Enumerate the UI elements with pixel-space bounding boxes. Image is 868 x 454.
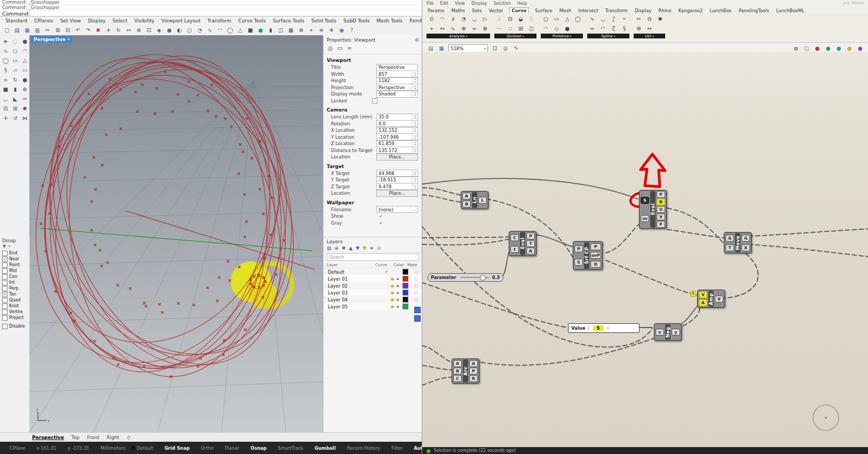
gh-input-v[interactable]: V (699, 291, 707, 298)
layer-lock-icon[interactable]: ▪ (395, 298, 400, 302)
gh-output-v[interactable]: V (715, 296, 723, 302)
property-value-box[interactable]: ⌄ … ▴▾ (377, 98, 418, 103)
layers-search-input[interactable]: Search (327, 253, 419, 261)
stepper-arrows[interactable]: ▴▾ (412, 121, 417, 126)
layer-color-swatch[interactable] (403, 297, 408, 302)
palette-fillet[interactable]: ◡ (1, 94, 10, 103)
palette-lasso[interactable]: ◌ (11, 37, 20, 46)
current-layer-check[interactable]: ✓ (383, 269, 390, 274)
toolbar-polygon-tool[interactable]: △ (236, 26, 244, 34)
move-up-icon[interactable]: ▲ (349, 245, 353, 251)
gh-component-arc[interactable]: ABCArcAPR (452, 359, 479, 384)
gh-output-p[interactable]: P (526, 233, 535, 240)
gh-output-y[interactable]: y (672, 329, 680, 336)
palette-chamfer[interactable]: ◣ (11, 94, 20, 103)
gear-icon[interactable]: ⚙ (415, 37, 419, 43)
gh-tab[interactable]: Transform (604, 8, 629, 13)
gh-input-t[interactable]: T (725, 244, 734, 251)
toolbar-zoom-extents[interactable]: ⊡ (145, 26, 153, 34)
horizontal-frames-icon[interactable]: ◫ (526, 24, 536, 33)
osnap-option[interactable]: Perp (0, 285, 29, 291)
discontinuity-icon[interactable]: ⊗ (480, 24, 490, 33)
toolbar-tab-select[interactable]: Select (113, 18, 128, 23)
osnap-option[interactable]: Quad (0, 297, 29, 303)
status[interactable]: Planar (219, 445, 239, 451)
status[interactable]: Osnap (245, 445, 266, 451)
stepper-arrows[interactable]: ▴▾ (412, 147, 417, 153)
rhino-viewport[interactable]: Perspective ▾ (29, 35, 323, 432)
reduce-icon[interactable]: ⊖ (644, 14, 654, 23)
palette-loft[interactable]: ≈ (1, 75, 10, 84)
toolbar-undo[interactable]: ↶ (74, 26, 82, 34)
toolbar-shaded-view[interactable]: ● (165, 26, 173, 34)
chevron-down-icon[interactable]: ▾ (68, 37, 70, 42)
gh-output-v[interactable]: V (657, 213, 665, 220)
layer-row-Layer 01[interactable]: Layer 01 ● ▪ ○ (323, 275, 422, 282)
stepper-arrows[interactable]: ▴▾ (412, 84, 417, 90)
osnap-option[interactable]: ✓ Tan (0, 291, 29, 297)
new-layer-icon[interactable]: ▤ (327, 245, 332, 251)
gh-output-p[interactable]: P (657, 191, 665, 198)
layer-lock-icon[interactable]: ▪ (395, 291, 400, 295)
palette-ellipse[interactable]: ◯ (1, 56, 10, 65)
gh-input-uv[interactable]: uv (641, 215, 649, 222)
property-value-box[interactable]: -107.946 ⌄ … ▴▾ (376, 133, 418, 140)
toolbar-boolean-tool[interactable]: ⊗ (297, 26, 305, 34)
toolbar-scale[interactable]: ↔ (124, 26, 133, 34)
pin-icon[interactable]: ⌖ (8, 244, 11, 249)
blend-curve-icon[interactable]: ~ (619, 14, 629, 23)
gh-input-s[interactable]: S (641, 197, 649, 204)
curvature-icon[interactable]: ◠ (437, 14, 447, 23)
toolbar-cut[interactable]: ✂ (43, 26, 52, 34)
gh-input-a[interactable]: A (462, 193, 471, 200)
palette-boolean[interactable]: ⊕ (20, 85, 29, 94)
gh-component-surface-closest-point[interactable]: PSSrf CPPuvPD (573, 241, 603, 270)
property-value-box[interactable]: ✓ ⌄ … ▴▾ (377, 213, 418, 219)
ribbon-group-label[interactable]: Spline (587, 34, 629, 38)
viewport-properties-icon[interactable]: ◎ (328, 45, 333, 52)
layer-visibility-bulb-icon[interactable]: ● (390, 291, 395, 295)
toolbar-mesh-tool[interactable]: ▦ (287, 26, 295, 34)
chevron-down-icon[interactable]: ▾ (484, 46, 486, 50)
filter-icon[interactable]: ▼ (362, 245, 366, 251)
status[interactable]: Ortho (195, 445, 214, 451)
palette-polyline[interactable]: △ (20, 56, 29, 65)
toolbar-zoom-window[interactable]: ⊕ (135, 26, 143, 34)
property-value-box[interactable]: 135.172 ⌄ … ▴▾ (376, 147, 418, 154)
toolbar-tab-viewport-layout[interactable]: Viewport Layout (161, 18, 200, 23)
gh-tab[interactable]: LunchBoxML (775, 8, 806, 13)
toolbar-tab-set-view[interactable]: Set View (60, 18, 81, 23)
layer-material-icon[interactable]: ○ (413, 283, 420, 288)
gh-tab[interactable]: PanelingTools (738, 8, 770, 13)
osnap-checkbox[interactable] (2, 309, 7, 315)
extend-curve-icon[interactable]: ↔ (644, 24, 654, 33)
tangent-curve-icon[interactable]: ∫ (609, 14, 619, 23)
viewport-tab[interactable]: Front (87, 435, 99, 440)
toolbar-cylinder-tool[interactable]: ▮ (266, 26, 275, 34)
toolbar-sphere-tool[interactable]: ● (256, 26, 265, 34)
stepper-arrows[interactable]: ▴▾ (412, 170, 417, 176)
bezier-span-icon[interactable]: ◡ (598, 14, 608, 23)
toolbar-tab-standard[interactable]: Standard (5, 18, 27, 23)
osnap-checkbox[interactable] (2, 315, 7, 321)
layer-row-Layer 04[interactable]: Layer 04 ● ▪ ○ (323, 296, 422, 303)
osnap-checkbox[interactable]: ✓ (2, 292, 7, 297)
toolbar-tab-visibility[interactable]: Visibility (135, 18, 155, 23)
gh-component-evaluate-surface[interactable]: SuvEvalPNUVF (639, 190, 667, 229)
osnap-checkbox[interactable] (2, 324, 7, 329)
layer-color-swatch[interactable] (403, 304, 408, 309)
evaluate-curve-icon[interactable]: ⊙ (427, 14, 437, 23)
toolbar-redo[interactable]: ↷ (84, 26, 92, 34)
toolbar-tab-cplanes[interactable]: CPlanes (34, 18, 53, 23)
palette-arc[interactable]: ◠ (20, 46, 29, 55)
property-value-box[interactable]: -18.915 ⌄ … ▴▾ (376, 177, 418, 184)
osnap-checkbox[interactable] (2, 268, 7, 274)
status[interactable]: Filter (386, 445, 403, 451)
layer-visibility-bulb-icon[interactable]: ● (390, 298, 395, 302)
gh-menu-display[interactable]: Display (471, 1, 487, 6)
property-value-box[interactable]: ✓ ⌄ … ▴▾ (377, 220, 418, 226)
viewport-title-tab[interactable]: Perspective ▾ (31, 36, 72, 43)
palette-join[interactable]: ⊞ (11, 104, 20, 113)
gh-tab[interactable]: Display (634, 8, 652, 13)
tween-curve-icon[interactable]: ζ (609, 24, 619, 33)
